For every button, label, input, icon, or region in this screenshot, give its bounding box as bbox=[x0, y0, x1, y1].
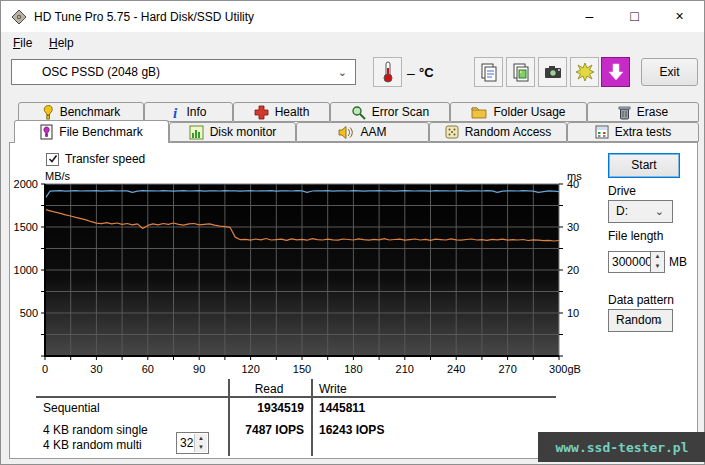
svg-text:2000: 2000 bbox=[14, 178, 38, 190]
data-pattern-label: Data pattern bbox=[608, 293, 674, 307]
temperature-value: – bbox=[407, 65, 415, 81]
tab-benchmark[interactable]: Benchmark bbox=[18, 102, 144, 122]
results-col-read: Read bbox=[234, 382, 304, 396]
title-bar: HD Tune Pro 5.75 - Hard Disk/SSD Utility… bbox=[1, 1, 704, 32]
tab-label: Disk monitor bbox=[210, 125, 277, 139]
svg-text:300gB: 300gB bbox=[549, 363, 581, 375]
camera-icon bbox=[543, 63, 563, 81]
info-icon: i bbox=[170, 105, 180, 120]
results-col-write: Write bbox=[319, 382, 347, 396]
watermark: www.ssd-tester.pl bbox=[538, 432, 705, 462]
folder-icon bbox=[471, 105, 487, 119]
stepper-down-icon[interactable]: ▼ bbox=[651, 262, 664, 272]
tab-disk-monitor[interactable]: Disk monitor bbox=[169, 122, 296, 142]
temperature-unit: °C bbox=[419, 65, 434, 80]
queue-depth-stepper[interactable]: 32 ▲ ▼ bbox=[176, 432, 209, 454]
file-length-input[interactable]: 300000 ▲ ▼ bbox=[608, 251, 665, 273]
results-row-label: Sequential bbox=[43, 401, 100, 415]
results-row-label: 4 KB random multi bbox=[43, 438, 142, 452]
speaker-icon bbox=[338, 125, 354, 140]
random-access-icon bbox=[445, 125, 459, 139]
svg-text:30: 30 bbox=[90, 363, 102, 375]
thermometer-icon bbox=[382, 61, 394, 83]
file-length-unit: MB bbox=[669, 255, 687, 269]
svg-text:0: 0 bbox=[42, 363, 48, 375]
tab-error-scan[interactable]: Error Scan bbox=[330, 102, 450, 122]
close-button[interactable]: × bbox=[657, 1, 702, 32]
copy-image-icon bbox=[511, 62, 531, 82]
svg-text:240: 240 bbox=[447, 363, 465, 375]
tab-random-access[interactable]: Random Access bbox=[429, 122, 567, 142]
copy-text-icon bbox=[479, 62, 499, 82]
tab-label: Extra tests bbox=[615, 125, 672, 139]
tab-health[interactable]: Health bbox=[233, 102, 330, 122]
results-read-value: 1934519 bbox=[231, 401, 304, 415]
tab-info[interactable]: i Info bbox=[144, 102, 233, 122]
file-benchmark-icon bbox=[40, 124, 53, 140]
drive-dropdown[interactable]: D: ⌄ bbox=[608, 200, 673, 223]
tab-file-benchmark[interactable]: File Benchmark bbox=[14, 120, 169, 143]
stepper-arrows[interactable]: ▲ ▼ bbox=[194, 434, 207, 452]
tab-label: Info bbox=[186, 105, 206, 119]
drive-value: D: bbox=[616, 204, 628, 218]
tab-label: Erase bbox=[637, 105, 668, 119]
export-button[interactable] bbox=[570, 57, 599, 87]
svg-text:MB/s: MB/s bbox=[45, 170, 71, 182]
minimize-button[interactable]: – bbox=[567, 1, 612, 32]
tab-aam[interactable]: AAM bbox=[296, 122, 429, 142]
window-title: HD Tune Pro 5.75 - Hard Disk/SSD Utility bbox=[34, 10, 254, 24]
svg-text:1000: 1000 bbox=[14, 264, 38, 276]
svg-text:150: 150 bbox=[293, 363, 311, 375]
stepper-up-icon[interactable]: ▲ bbox=[651, 252, 664, 262]
menu-bar: File Help bbox=[1, 32, 704, 53]
results-header-divider bbox=[36, 396, 556, 398]
health-cross-icon bbox=[254, 105, 269, 120]
magnifier-icon bbox=[351, 105, 366, 120]
start-button[interactable]: Start bbox=[608, 153, 680, 178]
menu-file[interactable]: File bbox=[7, 35, 38, 51]
svg-text:500: 500 bbox=[20, 307, 38, 319]
svg-text:20: 20 bbox=[567, 264, 579, 276]
tab-label: Benchmark bbox=[60, 105, 121, 119]
download-arrow-icon bbox=[608, 63, 624, 81]
tab-erase[interactable]: Erase bbox=[587, 102, 699, 122]
svg-text:30: 30 bbox=[567, 221, 579, 233]
capture-active-button[interactable] bbox=[601, 57, 630, 87]
stepper-up-icon[interactable]: ▲ bbox=[195, 434, 207, 443]
exit-button[interactable]: Exit bbox=[641, 58, 698, 86]
benchmark-chart: 0306090120150180210240270300gB5001000150… bbox=[9, 169, 601, 384]
svg-text:ms: ms bbox=[567, 170, 582, 182]
transfer-speed-checkbox[interactable] bbox=[46, 153, 59, 166]
trash-icon bbox=[618, 105, 631, 120]
copy-image-button[interactable] bbox=[506, 57, 535, 87]
tab-extra-tests[interactable]: Extra tests bbox=[567, 122, 699, 142]
svg-text:120: 120 bbox=[241, 363, 259, 375]
chevron-down-icon: ⌄ bbox=[338, 60, 347, 84]
svg-text:i: i bbox=[173, 105, 178, 120]
copy-text-button[interactable] bbox=[474, 57, 503, 87]
svg-text:10: 10 bbox=[567, 307, 579, 319]
export-icon bbox=[575, 62, 595, 82]
menu-help[interactable]: Help bbox=[43, 35, 80, 51]
temperature-button[interactable] bbox=[373, 57, 402, 87]
stepper-down-icon[interactable]: ▼ bbox=[195, 443, 207, 452]
tab-folder-usage[interactable]: Folder Usage bbox=[450, 102, 587, 122]
maximize-button[interactable]: □ bbox=[612, 1, 657, 32]
tab-label: Random Access bbox=[465, 125, 552, 139]
tab-label: Error Scan bbox=[372, 105, 429, 119]
svg-text:210: 210 bbox=[396, 363, 414, 375]
svg-text:60: 60 bbox=[142, 363, 154, 375]
drive-selector-dropdown[interactable]: OSC PSSD (2048 gB) ⌄ bbox=[11, 59, 356, 85]
hd-tune-logo-icon bbox=[11, 9, 27, 25]
data-pattern-dropdown[interactable]: Random ⌄ bbox=[608, 309, 673, 332]
file-length-stepper[interactable]: ▲ ▼ bbox=[650, 252, 664, 272]
chevron-down-icon: ⌄ bbox=[655, 201, 664, 222]
svg-text:270: 270 bbox=[498, 363, 516, 375]
tab-label: AAM bbox=[360, 125, 386, 139]
screenshot-button[interactable] bbox=[538, 57, 567, 87]
transfer-speed-label: Transfer speed bbox=[65, 152, 145, 166]
results-divider-1 bbox=[228, 379, 230, 456]
drive-selector-value: OSC PSSD (2048 gB) bbox=[42, 65, 160, 79]
tab-label: Health bbox=[275, 105, 310, 119]
check-icon bbox=[48, 154, 58, 164]
